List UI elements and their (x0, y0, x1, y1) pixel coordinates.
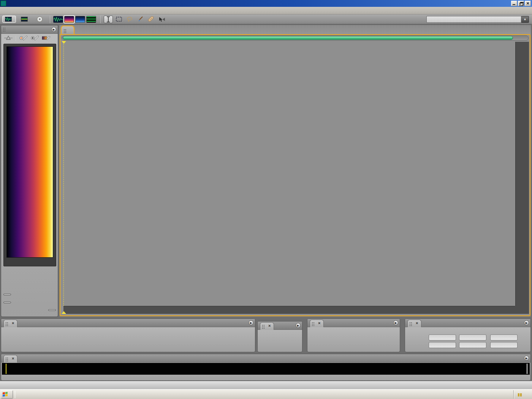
main-toolbar (0, 14, 532, 24)
close-icon[interactable] (318, 321, 320, 327)
spectral-color-gradient[interactable] (6, 46, 53, 258)
affichage-duree-field[interactable] (490, 342, 518, 348)
menu-bar (0, 7, 532, 14)
prism-icon[interactable] (4, 35, 13, 42)
selection-vue-header (405, 319, 530, 327)
spectral-phase-view-button[interactable] (75, 16, 85, 23)
panel-menu-button[interactable] (524, 320, 529, 325)
niveaux-panel (1, 354, 531, 381)
time-ruler[interactable] (63, 306, 515, 314)
volume-levels-icon[interactable]: ▮▮ (518, 391, 522, 398)
affichage-debut-field[interactable] (429, 342, 456, 348)
frequency-ruler[interactable] (515, 42, 529, 306)
multitrack-icon (21, 17, 28, 22)
spectral-controls-header (1, 25, 58, 34)
preferences-button[interactable] (48, 309, 56, 311)
loupe-panel (307, 318, 400, 352)
close-icon[interactable] (12, 321, 14, 327)
marquee-selection-tool[interactable] (114, 16, 124, 23)
toolbar-separator (50, 16, 50, 23)
meter-scale (2, 375, 530, 380)
tab-temps[interactable] (260, 322, 274, 330)
workspace-select[interactable] (426, 16, 521, 23)
saturation-field (4, 279, 6, 284)
edition-mode-button[interactable] (2, 16, 16, 23)
retourner-button[interactable] (3, 294, 11, 295)
transport-panel (1, 318, 255, 352)
effects-paintbrush-tool[interactable] (136, 16, 145, 23)
ruler-corner (515, 306, 529, 314)
panel-menu-button[interactable] (524, 356, 529, 361)
close-button[interactable] (525, 1, 531, 6)
selection-duree-field[interactable] (490, 334, 518, 340)
colorbar-scale (6, 260, 53, 265)
scrub-tool[interactable] (157, 16, 166, 23)
gradient-pen-3-icon[interactable] (42, 35, 50, 42)
playhead-bottom-marker[interactable] (62, 311, 66, 314)
loupe-header (307, 319, 400, 327)
spot-healing-brush-tool[interactable] (146, 16, 155, 23)
adobe-audition-window: ▮▮ (0, 0, 532, 399)
plage-field (4, 271, 6, 276)
panel-menu-button[interactable] (249, 320, 253, 325)
system-tray: ▮▮ (513, 390, 532, 399)
cd-mode-button[interactable] (34, 15, 47, 23)
horizontal-scrollbar[interactable] (62, 35, 529, 41)
editor-tab-bar (59, 25, 531, 35)
spectral-pan-view-button[interactable] (86, 16, 96, 23)
close-icon[interactable] (268, 324, 271, 330)
time-selection-tool[interactable] (104, 16, 113, 23)
temps-header (258, 321, 302, 330)
horizontal-scrollbar-thumb[interactable] (63, 36, 513, 40)
waveform-view-button[interactable] (53, 16, 63, 23)
main-editor-panel (59, 25, 531, 317)
affichage-fin-field[interactable] (459, 342, 486, 348)
lasso-selection-tool[interactable] (125, 16, 134, 23)
close-icon[interactable] (12, 356, 14, 363)
tab-selection-vue[interactable] (407, 320, 421, 327)
tab-transport[interactable] (3, 320, 17, 327)
cd-icon (37, 16, 43, 22)
panel-menu-button[interactable] (296, 323, 301, 328)
status-bar (0, 381, 532, 389)
level-meter[interactable] (2, 363, 530, 375)
workspace-dropdown-arrow-icon[interactable] (521, 16, 529, 23)
panel-grip (3, 27, 6, 32)
spectrogram-display[interactable] (63, 42, 515, 306)
selection-debut-field[interactable] (429, 334, 456, 340)
tab-niveaux[interactable] (3, 355, 17, 363)
logarithmique-button[interactable] (3, 302, 11, 303)
spectral-controls-panel (1, 25, 58, 317)
selection-fin-field[interactable] (459, 334, 486, 340)
title-bar (0, 0, 532, 7)
playhead-line[interactable] (63, 42, 64, 306)
taskbar: ▮▮ (0, 389, 532, 399)
tab-loupe[interactable] (310, 320, 324, 327)
spectral-frequency-view-button[interactable] (64, 16, 74, 23)
panel-menu-button[interactable] (51, 27, 56, 32)
multipiste-mode-button[interactable] (18, 16, 32, 23)
taskbar-separator (15, 391, 15, 398)
meter-min-marker (6, 364, 6, 374)
windows-flag-icon (3, 392, 8, 397)
meter-max-marker (527, 364, 527, 374)
icons-separator (16, 36, 16, 41)
waveform-edit-icon (5, 17, 12, 22)
start-button[interactable] (1, 390, 13, 399)
gradient-pen-1-icon[interactable] (19, 35, 27, 42)
minimize-button[interactable] (511, 1, 517, 6)
toolbar-separator (100, 16, 101, 23)
spectral-icons-row (1, 35, 59, 42)
close-icon[interactable] (416, 321, 418, 327)
transport-header (1, 319, 255, 327)
app-icon (1, 1, 6, 6)
selection-vue-panel (405, 318, 531, 352)
gradient-pen-2-icon[interactable] (30, 35, 39, 42)
spectral-colorbar-box (3, 44, 56, 266)
tab-principal[interactable] (61, 25, 74, 35)
restore-button[interactable] (518, 1, 524, 6)
panel-menu-button[interactable] (393, 320, 398, 325)
temps-panel (257, 321, 302, 352)
niveaux-header (1, 354, 530, 363)
gamma-field (4, 287, 6, 292)
